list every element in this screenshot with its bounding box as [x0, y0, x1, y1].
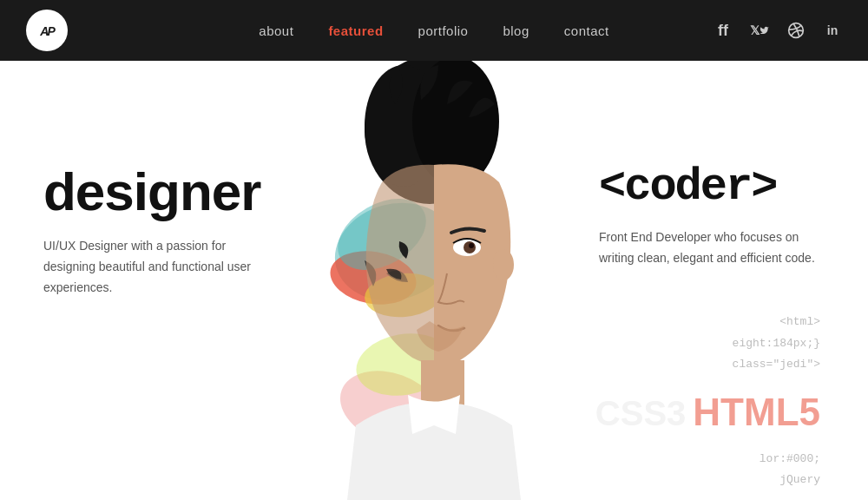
- dribbble-icon[interactable]: [786, 21, 806, 40]
- css3-label: CSS3: [595, 380, 687, 446]
- nav-contact[interactable]: contact: [564, 23, 609, 38]
- main-nav: about featured portfolio blog contact: [259, 23, 608, 38]
- social-links: f in: [713, 21, 842, 40]
- svg-point-16: [493, 249, 514, 280]
- hero-section: designer UI/UX Designer with a passion f…: [0, 61, 868, 500]
- nav-portfolio[interactable]: portfolio: [418, 23, 469, 38]
- code-line-2: eight:184px;}: [595, 333, 820, 355]
- html5-label: HTML5: [693, 376, 820, 449]
- person-illustration: [269, 61, 599, 500]
- designer-heading: designer: [43, 165, 269, 219]
- nav-featured[interactable]: featured: [328, 23, 383, 38]
- nav-blog[interactable]: blog: [503, 23, 529, 38]
- coder-heading: <coder>: [599, 165, 825, 210]
- facebook-icon[interactable]: f: [713, 21, 733, 40]
- twitter-icon[interactable]: [750, 21, 769, 40]
- linkedin-icon[interactable]: in: [823, 21, 842, 40]
- designer-description: UI/UX Designer with a passion for design…: [43, 236, 269, 298]
- coder-panel: <coder> Front End Developer who focuses …: [599, 165, 825, 269]
- code-line-1: <html>: [595, 312, 820, 333]
- svg-point-15: [469, 243, 474, 248]
- code-line-4: lor:#000;: [595, 449, 820, 470]
- nav-about[interactable]: about: [259, 23, 293, 38]
- site-logo[interactable]: AP: [26, 10, 68, 51]
- designer-panel: designer UI/UX Designer with a passion f…: [43, 165, 269, 298]
- coder-description: Front End Developer who focuses on writi…: [599, 227, 825, 269]
- code-line-3: class="jedi">: [595, 354, 820, 376]
- svg-text:AP: AP: [39, 24, 56, 38]
- code-line-5: jQuery: [595, 470, 820, 491]
- code-overlay: <html> eight:184px;} class="jedi"> CSS3 …: [595, 312, 820, 491]
- center-figure: [269, 61, 599, 500]
